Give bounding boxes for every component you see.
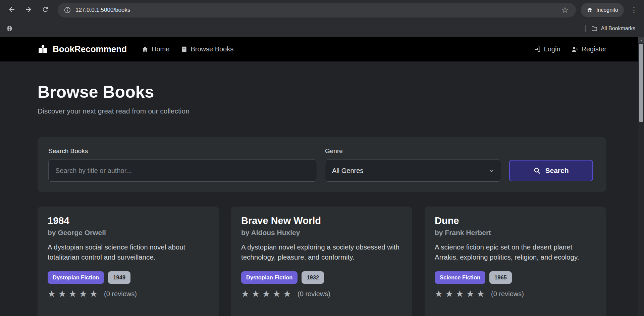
star-icon: ★ — [68, 289, 79, 299]
book-card-grid: 1984 by George Orwell A dystopian social… — [38, 207, 606, 316]
address-bar[interactable]: 127.0.0.1:5000/books ☆ — [58, 3, 576, 17]
nav-link-browse-books[interactable]: Browse Books — [181, 45, 233, 53]
all-bookmarks-button[interactable]: All Bookmarks — [585, 25, 638, 32]
reload-button[interactable] — [38, 3, 53, 17]
star-icon: ★ — [262, 289, 272, 299]
star-icon: ★ — [435, 289, 445, 299]
browser-menu-button[interactable]: ⋮ — [627, 3, 641, 17]
genre-label: Genre — [325, 147, 501, 155]
book-reader-icon — [38, 44, 48, 55]
page-scrollbar: ▲ — [638, 37, 644, 316]
book-author: by George Orwell — [48, 229, 209, 237]
rating-stars: ★★★★★ — [435, 289, 487, 299]
star-icon: ★ — [273, 289, 283, 299]
book-rating: ★★★★★ (0 reviews) — [48, 289, 209, 299]
page-title: Browse Books — [38, 82, 606, 102]
page-subtitle: Discover your next great read from our c… — [38, 107, 606, 115]
book-title: 1984 — [48, 215, 209, 226]
globe-bookmark-icon[interactable] — [6, 25, 13, 32]
star-icon: ★ — [252, 289, 262, 299]
book-card: 1984 by George Orwell A dystopian social… — [38, 207, 219, 316]
nav-link-register[interactable]: Register — [571, 45, 606, 53]
book-description: A science fiction epic set on the desert… — [435, 242, 596, 262]
star-icon: ★ — [445, 289, 455, 299]
star-icon: ★ — [48, 289, 58, 299]
bookmark-star-icon[interactable]: ☆ — [560, 6, 570, 14]
star-icon: ★ — [283, 289, 293, 299]
url-text: 127.0.0.1:5000/books — [75, 7, 560, 13]
genre-badge: Dystopian Fiction — [241, 271, 298, 284]
user-plus-icon — [571, 46, 579, 53]
review-count: (0 reviews) — [491, 290, 524, 298]
book-title: Brave New World — [241, 215, 402, 226]
reload-icon — [42, 6, 49, 14]
star-icon: ★ — [466, 289, 477, 299]
search-books-label: Search Books — [48, 147, 317, 155]
search-button[interactable]: Search — [509, 160, 593, 181]
search-icon — [533, 167, 541, 174]
genre-badge: Dystopian Fiction — [48, 271, 104, 284]
search-input[interactable] — [48, 160, 317, 182]
book-icon — [181, 46, 187, 53]
brand-link[interactable]: BookRecommend — [38, 44, 127, 55]
back-arrow-icon — [8, 5, 16, 14]
star-icon: ★ — [90, 289, 100, 299]
home-icon — [142, 46, 149, 53]
incognito-badge: Incognito — [581, 3, 624, 17]
year-badge: 1949 — [108, 271, 130, 284]
page-header: Browse Books Discover your next great re… — [38, 61, 606, 115]
genre-selected-value: All Genres — [332, 167, 363, 175]
star-icon: ★ — [241, 289, 252, 299]
incognito-icon — [586, 7, 593, 13]
book-rating: ★★★★★ (0 reviews) — [435, 289, 596, 299]
book-title: Dune — [435, 215, 596, 226]
sign-in-icon — [534, 46, 541, 53]
browser-chrome: 127.0.0.1:5000/books ☆ Incognito ⋮ All B… — [0, 0, 644, 37]
site-navbar: BookRecommend Home Browse Books — [0, 37, 644, 61]
nav-home-label: Home — [152, 45, 169, 53]
genre-select[interactable]: All Genres — [325, 160, 501, 182]
nav-register-label: Register — [582, 45, 606, 53]
book-card: Dune by Frank Herbert A science fiction … — [425, 207, 606, 316]
bookmarks-separator — [585, 25, 586, 32]
nav-browse-label: Browse Books — [191, 45, 233, 53]
folder-icon — [591, 25, 601, 32]
rating-stars: ★★★★★ — [48, 289, 100, 299]
scrollbar-up-button[interactable]: ▲ — [638, 37, 644, 43]
nav-login-label: Login — [544, 45, 560, 53]
bookmarks-bar: All Bookmarks — [0, 20, 644, 37]
star-icon: ★ — [79, 289, 90, 299]
book-description: A dystopian social science fiction novel… — [48, 242, 209, 262]
book-rating: ★★★★★ (0 reviews) — [241, 289, 402, 299]
all-bookmarks-label: All Bookmarks — [601, 26, 635, 32]
incognito-label: Incognito — [596, 7, 618, 13]
search-panel: Search Books Genre All Genres Search — [38, 137, 606, 192]
search-button-label: Search — [545, 167, 569, 175]
browser-toolbar: 127.0.0.1:5000/books ☆ Incognito ⋮ — [0, 0, 644, 20]
book-card: Brave New World by Aldous Huxley A dysto… — [231, 207, 412, 316]
page-viewport: ▲ BookRecommend Home — [0, 37, 644, 316]
star-icon: ★ — [58, 289, 68, 299]
year-badge: 1965 — [489, 271, 512, 284]
site-info-icon[interactable] — [64, 6, 71, 14]
back-button[interactable] — [4, 3, 19, 17]
chevron-down-icon — [489, 168, 494, 173]
book-author: by Aldous Huxley — [241, 229, 402, 237]
book-description: A dystopian novel exploring a society ob… — [241, 242, 402, 262]
star-icon: ★ — [477, 289, 487, 299]
nav-link-login[interactable]: Login — [534, 45, 560, 53]
year-badge: 1932 — [302, 271, 324, 284]
star-icon: ★ — [455, 289, 466, 299]
rating-stars: ★★★★★ — [241, 289, 293, 299]
scrollbar-thumb[interactable] — [639, 44, 643, 122]
genre-badge: Science Fiction — [435, 271, 485, 284]
book-author: by Frank Herbert — [435, 229, 596, 237]
review-count: (0 reviews) — [298, 290, 330, 298]
brand-name: BookRecommend — [53, 44, 127, 54]
forward-arrow-icon — [24, 5, 33, 14]
review-count: (0 reviews) — [104, 290, 137, 298]
nav-link-home[interactable]: Home — [142, 45, 169, 53]
forward-button[interactable] — [21, 3, 36, 17]
